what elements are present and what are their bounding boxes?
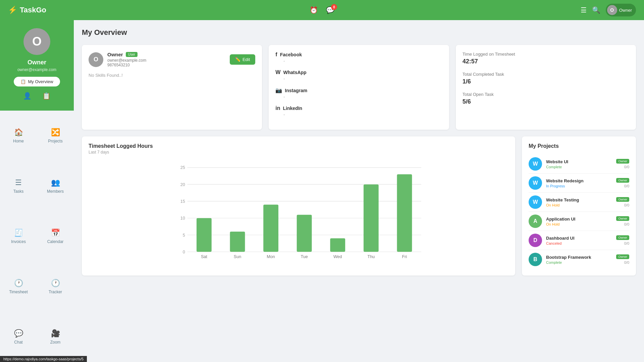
project-avatar: W: [529, 157, 542, 171]
social-name: in LinkedIn: [275, 105, 442, 111]
bar-Sun: [230, 232, 245, 252]
timesheet-icon: 🕐: [14, 279, 23, 288]
timer-button[interactable]: ⏰: [310, 6, 318, 14]
nav-item-tasks[interactable]: ☰Tasks: [0, 161, 37, 211]
svg-text:Mon: Mon: [267, 254, 275, 259]
zoom-icon: 🎥: [51, 329, 60, 338]
svg-text:5: 5: [183, 233, 185, 238]
owner-badge: Owner: [616, 197, 629, 202]
social-name: W WhatsApp: [275, 69, 442, 75]
stat-item: Total Completed Task 1/6: [463, 72, 629, 85]
project-item[interactable]: D Dashboard UI Canceled Owner 0/0: [529, 231, 629, 250]
nav-item-chat[interactable]: 💬Chat: [0, 312, 37, 362]
nav-grid: 🏠Home🔀Projects☰Tasks👥Members🧾Invoices📅Ca…: [0, 111, 74, 362]
project-status: On Hold: [546, 203, 612, 207]
list-tab[interactable]: 📋: [42, 92, 51, 100]
edit-button[interactable]: ✏️ Edit: [230, 54, 255, 65]
members-icon: 👥: [51, 178, 60, 187]
bar-Tue: [297, 215, 312, 252]
projects-list: W Website UI Complete Owner 0/0 W Websit…: [529, 155, 629, 269]
search-button[interactable]: 🔍: [592, 6, 600, 14]
svg-text:25: 25: [180, 165, 185, 170]
user-chip[interactable]: O Owner: [606, 4, 636, 16]
projects-card: My Projects W Website UI Complete Owner …: [522, 136, 636, 276]
project-item[interactable]: A Application UI On Hold Owner 0/0: [529, 212, 629, 231]
project-name: Bootstrap Framework: [546, 255, 612, 260]
nav-item-zoom[interactable]: 🎥Zoom: [37, 312, 74, 362]
project-name: Website Redesign: [546, 178, 612, 183]
project-item[interactable]: W Website Testing On Hold Owner 0/0: [529, 193, 629, 212]
social-value: -: [275, 112, 442, 117]
nav-item-tracker[interactable]: 🕐Tracker: [37, 261, 74, 312]
nav-item-home[interactable]: 🏠Home: [0, 111, 37, 161]
project-name: Website Testing: [546, 197, 612, 202]
owner-badge: Owner: [616, 159, 629, 164]
project-name: Dashboard UI: [546, 236, 612, 241]
avatar: O: [607, 5, 617, 15]
nav-item-members[interactable]: 👥Members: [37, 161, 74, 211]
invoices-icon: 🧾: [14, 229, 23, 237]
svg-text:20: 20: [180, 182, 185, 187]
project-avatar: A: [529, 215, 542, 228]
project-status: Complete: [546, 165, 612, 169]
project-status: Complete: [546, 260, 612, 264]
project-count: 0/0: [624, 260, 629, 264]
tasks-icon: ☰: [15, 178, 22, 187]
profile-card-header: O Owner User owner@example.com 987654321…: [89, 52, 255, 67]
bar-Thu: [364, 184, 379, 252]
main-layout: O Owner owner@example.com 📋 My Overview …: [0, 20, 644, 362]
project-item[interactable]: W Website Redesign In Progress Owner 0/0: [529, 174, 629, 193]
profile-card-name: Owner: [107, 52, 123, 57]
chart-card: Timesheet Logged Hours Last 7 days 05101…: [82, 136, 515, 276]
project-name: Application UI: [546, 217, 612, 222]
chat-button[interactable]: 💬 0: [326, 6, 334, 14]
social-value: -: [275, 95, 442, 99]
project-right: Owner 0/0: [616, 235, 629, 245]
url-bar: https://demo.rajodiya.com/taskgo-saas/pr…: [0, 356, 87, 362]
stat-label: Total Open Task: [463, 92, 629, 97]
owner-badge: Owner: [616, 235, 629, 240]
chart-subtitle: Last 7 days: [89, 150, 508, 155]
social-card: f Facebook - W WhatsApp - 📷 Instagram - …: [269, 45, 449, 130]
app-name: TaskGo: [20, 6, 46, 14]
person-tab[interactable]: 👤: [23, 92, 32, 100]
menu-button[interactable]: ☰: [581, 6, 587, 14]
bar-Wed: [330, 238, 345, 252]
profile-name: Owner: [28, 59, 46, 66]
project-status: Canceled: [546, 241, 612, 245]
projects-title: My Projects: [529, 143, 629, 149]
my-overview-button[interactable]: 📋 My Overview: [14, 77, 60, 86]
svg-text:10: 10: [180, 216, 185, 221]
social-value: -: [275, 76, 442, 81]
svg-text:0: 0: [183, 250, 185, 254]
project-info: Website Testing On Hold: [546, 197, 612, 207]
nav-item-projects[interactable]: 🔀Projects: [37, 111, 74, 161]
project-status: In Progress: [546, 184, 612, 188]
chart-area: 0510152025SatSunMonTueWedThuFri: [89, 160, 508, 267]
home-icon: 🏠: [14, 128, 23, 137]
user-chip-name: Owner: [619, 8, 632, 13]
project-info: Bootstrap Framework Complete: [546, 255, 612, 264]
projects-icon: 🔀: [51, 128, 60, 137]
top-cards: O Owner User owner@example.com 987654321…: [82, 45, 636, 130]
profile-card-avatar: O: [89, 52, 103, 67]
svg-text:Tue: Tue: [301, 254, 308, 259]
project-right: Owner 0/0: [616, 254, 629, 264]
nav-item-invoices[interactable]: 🧾Invoices: [0, 211, 37, 261]
logo-icon: ⚡: [8, 6, 17, 14]
social-value: -: [275, 59, 442, 63]
nav-item-calendar[interactable]: 📅Calendar: [37, 211, 74, 261]
chat-icon: 💬: [14, 329, 23, 338]
no-skills-label: No Skills Found..!: [89, 73, 255, 78]
stat-value: 42:57: [463, 58, 629, 65]
svg-text:Wed: Wed: [333, 254, 342, 259]
project-info: Dashboard UI Canceled: [546, 236, 612, 245]
profile-card-info: Owner User owner@example.com 9876543210: [107, 52, 226, 67]
project-item[interactable]: W Website UI Complete Owner 0/0: [529, 155, 629, 174]
profile-email: owner@example.com: [17, 67, 56, 72]
project-name: Website UI: [546, 159, 612, 164]
svg-text:Fri: Fri: [402, 254, 407, 259]
project-item[interactable]: B Bootstrap Framework Complete Owner 0/0: [529, 250, 629, 269]
owner-badge: Owner: [616, 216, 629, 221]
nav-item-timesheet[interactable]: 🕐Timesheet: [0, 261, 37, 312]
